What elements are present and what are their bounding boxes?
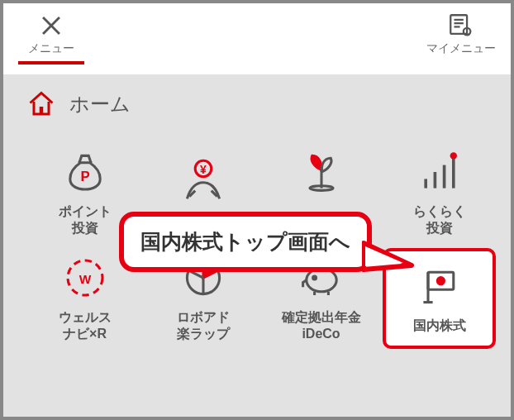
- home-row[interactable]: ホーム: [3, 74, 511, 142]
- svg-text:W: W: [79, 272, 91, 286]
- cell-label: 国内株式: [413, 317, 466, 334]
- svg-point-26: [435, 276, 445, 285]
- menu-tab[interactable]: メニュー: [18, 3, 84, 64]
- svg-point-22: [306, 269, 336, 292]
- hands-yen-icon: ¥: [180, 157, 226, 203]
- menu-label: メニュー: [28, 41, 74, 56]
- bag-point-icon: P: [62, 149, 108, 195]
- svg-rect-7: [40, 107, 44, 114]
- japan-flag-icon: [416, 263, 463, 309]
- topbar: メニュー マイメニュー: [3, 3, 511, 74]
- cell-label: ウェルス ナビ×R: [59, 309, 112, 342]
- callout: 国内株式トップ画面へ: [119, 212, 372, 272]
- page-title: ホーム: [69, 91, 131, 117]
- svg-point-11: [310, 186, 333, 191]
- cell-label: ポイント 投資: [59, 203, 112, 236]
- svg-text:¥: ¥: [200, 163, 207, 176]
- svg-rect-2: [450, 15, 467, 34]
- mymenu-tab[interactable]: マイメニュー: [426, 3, 496, 56]
- mymenu-label: マイメニュー: [426, 41, 496, 56]
- close-icon: [37, 12, 65, 40]
- sprout-icon: [298, 149, 345, 195]
- callout-bubble: 国内株式トップ画面へ: [119, 212, 372, 272]
- cell-label: 確定拠出年金 iDeCo: [282, 309, 361, 342]
- mymenu-icon: [447, 12, 475, 40]
- svg-point-16: [450, 152, 456, 159]
- bars-up-icon: [416, 149, 463, 195]
- cell-easy-invest[interactable]: らくらく 投資: [383, 142, 496, 243]
- home-icon: [26, 89, 56, 119]
- svg-text:P: P: [80, 169, 89, 184]
- cell-label: らくらく 投資: [413, 203, 466, 236]
- cell-label: ロボアド 楽ラップ: [177, 309, 230, 342]
- compass-icon: W: [62, 255, 108, 301]
- callout-tail-icon: [362, 236, 420, 278]
- svg-point-23: [312, 276, 316, 279]
